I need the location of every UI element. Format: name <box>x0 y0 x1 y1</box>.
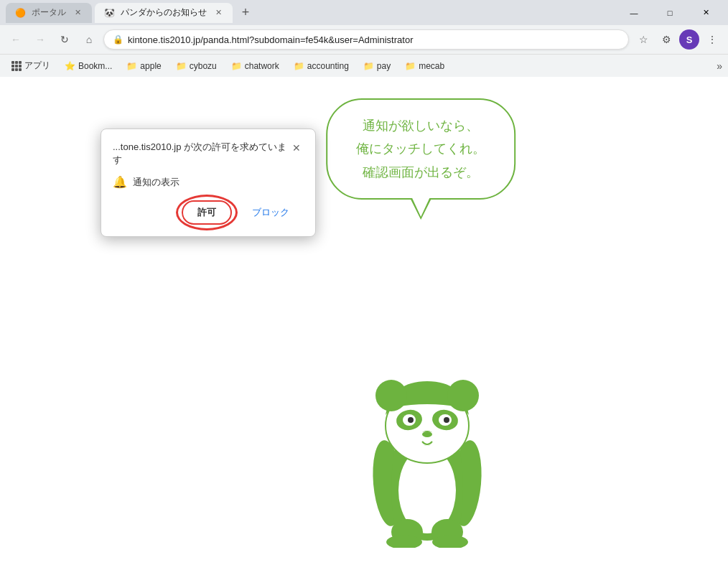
bookmark-chatwork-label: chatwork <box>245 61 279 71</box>
allow-button[interactable]: 許可 <box>182 200 232 225</box>
extensions-button[interactable]: ⚙ <box>656 29 676 50</box>
bookmark-mecab[interactable]: 📁 mecab <box>399 57 450 75</box>
bookmark-pay-label: pay <box>377 61 391 71</box>
tab-panda-favicon: 🐼 <box>103 7 115 19</box>
home-button[interactable]: ⌂ <box>79 29 99 50</box>
bookmark-bookm[interactable]: ⭐ Bookm... <box>59 57 118 75</box>
popup-buttons: 許可 ブロック <box>113 200 304 225</box>
close-button[interactable]: ✕ <box>689 2 722 24</box>
svg-point-10 <box>447 380 479 411</box>
tab-panda-label: パンダからのお知らせ <box>121 6 207 19</box>
apps-button[interactable]: アプリ <box>6 58 56 73</box>
new-tab-button[interactable]: + <box>235 3 256 23</box>
permission-popup: ...tone.tis2010.jp が次の許可を求めています ✕ 🔔 通知の表… <box>101 129 316 237</box>
bookmark-bookm-label: Bookm... <box>78 61 112 71</box>
svg-point-9 <box>375 380 407 411</box>
tab-portal[interactable]: 🟠 ポータル ✕ <box>6 3 92 23</box>
menu-button[interactable]: ⋮ <box>702 29 722 50</box>
tab-portal-label: ポータル <box>32 6 66 19</box>
bookmark-chatwork[interactable]: 📁 chatwork <box>225 57 285 75</box>
reload-button[interactable]: ↻ <box>55 29 75 50</box>
tab-panda-close[interactable]: ✕ <box>213 7 224 19</box>
minimize-button[interactable]: — <box>617 2 650 24</box>
tab-portal-close[interactable]: ✕ <box>72 7 83 19</box>
url-bar-actions: ☆ ⚙ S ⋮ <box>633 29 722 50</box>
lock-icon: 🔒 <box>113 34 123 45</box>
panda-illustration[interactable] <box>348 332 506 551</box>
allow-button-wrapper: 許可 <box>182 200 232 225</box>
bookmark-cybozu[interactable]: 📁 cybozu <box>170 57 223 75</box>
popup-notification-label: 通知の表示 <box>133 176 179 189</box>
bookmark-accounting-label: accounting <box>307 61 349 71</box>
speech-bubble-container: 通知が欲しいなら、 俺にタッチしてくれ。 確認画面が出るぞ。 <box>326 98 515 200</box>
window-controls: — □ ✕ <box>617 2 722 24</box>
popup-header: ...tone.tis2010.jp が次の許可を求めています ✕ <box>113 141 304 167</box>
bookmark-accounting[interactable]: 📁 accounting <box>288 57 355 75</box>
speech-bubble: 通知が欲しいなら、 俺にタッチしてくれ。 確認画面が出るぞ。 <box>326 98 515 200</box>
bookmark-apple-label: apple <box>140 61 161 71</box>
bookmark-pay[interactable]: 📁 pay <box>358 57 396 75</box>
forward-button[interactable]: → <box>30 29 50 50</box>
tab-panda[interactable]: 🐼 パンダからのお知らせ ✕ <box>95 3 233 23</box>
bookmark-star-button[interactable]: ☆ <box>633 29 653 50</box>
content-area: 通知が欲しいなら、 俺にタッチしてくれ。 確認画面が出るぞ。 <box>0 77 728 565</box>
url-bar[interactable]: 🔒 kintone.tis2010.jp/panda.html?subdomai… <box>103 29 629 50</box>
bell-icon: 🔔 <box>113 175 127 189</box>
svg-point-16 <box>444 417 449 423</box>
title-bar: 🟠 ポータル ✕ 🐼 パンダからのお知らせ ✕ + — □ ✕ <box>0 0 728 25</box>
browser-frame: 🟠 ポータル ✕ 🐼 パンダからのお知らせ ✕ + — □ ✕ ← → ↻ ⌂ … <box>0 0 728 565</box>
popup-title: ...tone.tis2010.jp が次の許可を求めています <box>113 141 290 167</box>
back-button[interactable]: ← <box>6 29 26 50</box>
maximize-button[interactable]: □ <box>653 2 686 24</box>
url-text: kintone.tis2010.jp/panda.html?subdomain=… <box>128 34 620 45</box>
block-button[interactable]: ブロック <box>238 200 304 225</box>
popup-close-button[interactable]: ✕ <box>290 141 304 155</box>
svg-point-15 <box>408 417 414 423</box>
bookmark-mecab-label: mecab <box>419 61 444 71</box>
popup-notification-row: 🔔 通知の表示 <box>113 175 304 189</box>
apps-label: アプリ <box>24 60 50 72</box>
profile-avatar-button[interactable]: S <box>679 29 699 50</box>
bookmarks-more-button[interactable]: » <box>717 60 722 72</box>
svg-point-19 <box>422 431 432 437</box>
address-bar: ← → ↻ ⌂ 🔒 kintone.tis2010.jp/panda.html?… <box>0 25 728 54</box>
tab-portal-favicon: 🟠 <box>14 7 26 19</box>
bubble-text: 通知が欲しいなら、 俺にタッチしてくれ。 確認画面が出るぞ。 <box>356 114 485 184</box>
bookmark-apple[interactable]: 📁 apple <box>121 57 167 75</box>
bookmark-cybozu-label: cybozu <box>190 61 217 71</box>
bookmarks-bar: アプリ ⭐ Bookm... 📁 apple 📁 cybozu 📁 chatwo… <box>0 54 728 77</box>
